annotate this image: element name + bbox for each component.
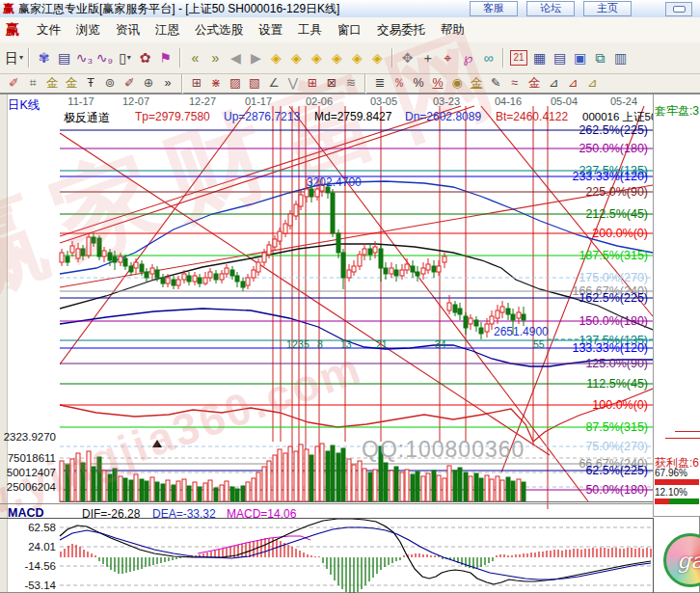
volume-bar: [134, 474, 138, 501]
candle-body: [506, 309, 510, 314]
menu-item-文件[interactable]: 文件: [29, 20, 68, 40]
diamond-left-icon[interactable]: ◈: [266, 48, 286, 68]
channel-curve-dn: [60, 309, 653, 366]
j-angle-icon[interactable]: ⊿: [544, 75, 563, 92]
candle-body: [517, 312, 521, 318]
shade-icon[interactable]: ▨: [226, 75, 245, 92]
lasso-icon[interactable]: ℘: [458, 48, 478, 68]
dark-grid-icon[interactable]: ⊠: [322, 75, 341, 92]
menu-item-公式选股[interactable]: 公式选股: [187, 20, 251, 40]
menu-item-交易委托[interactable]: 交易委托: [369, 20, 433, 40]
wave3-icon[interactable]: ∿₃: [74, 48, 94, 68]
macd-value: MACD=14.06: [227, 507, 296, 521]
restore-window-button[interactable]: [665, 2, 692, 16]
customer-service-button[interactable]: 客服: [470, 1, 518, 16]
pct-line-icon[interactable]: %: [428, 75, 447, 92]
network-icon[interactable]: ▥: [610, 48, 631, 68]
volume-bar: [214, 488, 218, 501]
gold-line-icon[interactable]: 金: [467, 75, 486, 92]
diamond-down-icon[interactable]: ◈: [327, 48, 347, 68]
gold-red-icon[interactable]: 金: [525, 75, 544, 92]
pane-label-daily-kline[interactable]: 日K线: [8, 97, 40, 114]
menu-item-设置[interactable]: 设置: [251, 20, 290, 40]
gann-level-label: 62.5%(225): [585, 464, 648, 477]
volume-bar: [490, 479, 494, 501]
f-ruler-icon[interactable]: Ŧ: [81, 75, 100, 92]
gann-level-label: 175.0%(270): [579, 271, 648, 284]
menu-item-窗口[interactable]: 窗口: [330, 20, 369, 40]
spiral-icon[interactable]: ⊚: [100, 75, 120, 92]
box-select-icon[interactable]: ⊞: [187, 75, 206, 92]
indicator-knot-icon[interactable]: ✾: [34, 48, 54, 68]
compass-icon[interactable]: ⊕: [139, 75, 158, 92]
vee-icon[interactable]: ⋁: [283, 75, 303, 92]
gold-ratio-icon[interactable]: 金: [42, 75, 62, 92]
candle-body: [66, 256, 69, 262]
pattern-icon[interactable]: ✿: [135, 48, 155, 68]
gann-level-label: 50.0%(180): [585, 483, 648, 497]
volume-bar: [187, 486, 191, 501]
candle-body: [102, 251, 106, 256]
red-grid-icon[interactable]: ⊞: [303, 75, 322, 92]
list-icon[interactable]: ≣: [370, 75, 390, 92]
volume-bar: [426, 473, 430, 501]
first-icon[interactable]: «: [185, 48, 205, 68]
menu-item-工具[interactable]: 工具: [290, 20, 330, 40]
diamond-up-icon[interactable]: ◈: [307, 48, 327, 68]
main-toolbar: 日▾✾▤∿₃∿₉▯▾✿⚑«»◀▶◈◈◈◈◈◈✥＋⌖℘∞21▦▤▣⧉▥: [0, 42, 700, 74]
menu-item-浏览[interactable]: 浏览: [68, 20, 108, 40]
next-icon[interactable]: ▶: [246, 48, 266, 68]
brush2-icon[interactable]: ✐: [120, 75, 139, 92]
crosshair-icon[interactable]: ＋: [417, 48, 438, 68]
menu-item-江恩[interactable]: 江恩: [148, 20, 187, 40]
wave9-icon[interactable]: ∿₉: [94, 48, 115, 68]
volume-bar: [92, 467, 95, 501]
forum-button[interactable]: 论坛: [526, 1, 575, 16]
homepage-button[interactable]: 主页: [583, 1, 632, 16]
export-icon[interactable]: ⧉: [590, 48, 610, 68]
volume-bar: [225, 481, 229, 501]
grid-icon[interactable]: ⌗: [23, 75, 42, 92]
shade2-icon[interactable]: ▧: [245, 75, 264, 92]
pointer-icon[interactable]: ⌖: [438, 48, 458, 68]
chip-bar-segment: [655, 499, 669, 504]
wave-tool-icon[interactable]: ≈: [505, 75, 525, 92]
volume-bar: [496, 476, 499, 501]
gold-grid-icon[interactable]: 金: [62, 75, 81, 92]
hand-icon[interactable]: ✥: [397, 48, 417, 68]
gold-angle-icon[interactable]: ⊿: [582, 75, 602, 92]
last-icon[interactable]: »: [205, 48, 226, 68]
candle-body: [368, 249, 372, 255]
diamond-v-icon[interactable]: ◈: [367, 48, 388, 68]
menu-item-资讯[interactable]: 资讯: [108, 20, 148, 40]
pct-tool-icon[interactable]: ％: [390, 75, 409, 92]
doc-icon[interactable]: ▤: [54, 48, 74, 68]
pen-angle-icon[interactable]: ✎: [486, 75, 505, 92]
calendar-icon[interactable]: 21: [510, 50, 527, 66]
kline-period-icon[interactable]: 日▾: [4, 48, 24, 68]
flag-icon[interactable]: ⚑: [155, 48, 175, 68]
angle-icon[interactable]: ∠: [264, 75, 283, 92]
save-icon[interactable]: ▣: [570, 48, 590, 68]
loop-icon[interactable]: ∞: [478, 48, 498, 68]
more-icon[interactable]: »: [158, 75, 177, 92]
volume-bar: [326, 451, 330, 501]
prev-icon[interactable]: ◀: [226, 48, 246, 68]
pct2-icon[interactable]: %: [409, 75, 428, 92]
gann-fan-icon[interactable]: ⋇: [206, 75, 226, 92]
slashes-icon[interactable]: ≋: [341, 75, 361, 92]
notes-icon[interactable]: ▤: [550, 48, 570, 68]
f-angle-icon[interactable]: ⊿: [563, 75, 582, 92]
date-tick: 03-23: [433, 95, 460, 107]
volume-macd-separator[interactable]: [0, 503, 653, 504]
brush-icon[interactable]: ✐: [4, 75, 23, 92]
volume-bar: [394, 467, 398, 501]
diamond-h-icon[interactable]: ◈: [347, 48, 367, 68]
candle-style-icon[interactable]: ▯▾: [115, 48, 135, 68]
macd-pane-label[interactable]: MACD: [8, 506, 44, 520]
gold-circle-icon[interactable]: ◉: [447, 75, 467, 92]
calculator-icon[interactable]: ▦: [529, 48, 550, 68]
candle-body: [500, 307, 504, 312]
diamond-right-icon[interactable]: ◈: [286, 48, 307, 68]
menu-item-帮助[interactable]: 帮助: [433, 20, 472, 40]
